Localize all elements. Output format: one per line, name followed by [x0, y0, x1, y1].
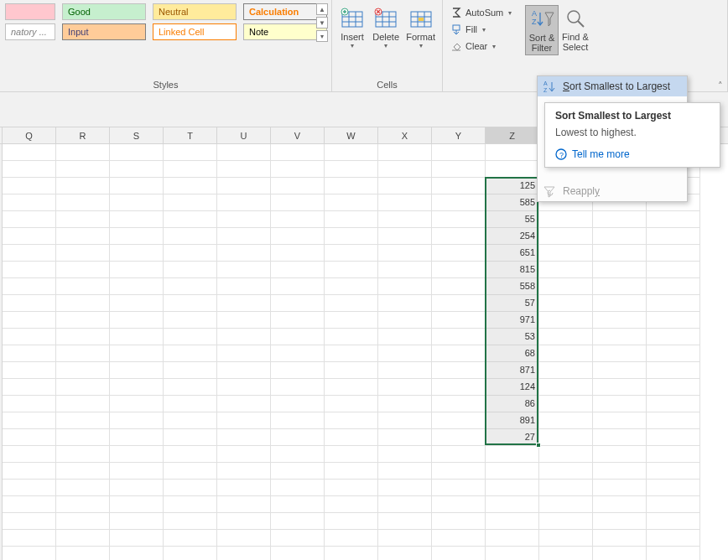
cell[interactable]: [271, 312, 325, 329]
cell[interactable]: [217, 228, 271, 245]
styles-scroll-down[interactable]: ▼: [316, 17, 328, 29]
style-linked-cell[interactable]: Linked Cell: [153, 23, 237, 40]
cell[interactable]: [3, 513, 56, 530]
cell[interactable]: 871: [486, 362, 539, 379]
cell[interactable]: [110, 446, 164, 463]
cell[interactable]: [539, 412, 593, 429]
cell[interactable]: [486, 530, 539, 547]
cell[interactable]: [539, 513, 593, 530]
cell[interactable]: [110, 345, 164, 362]
cell[interactable]: [56, 480, 110, 496]
cell[interactable]: [325, 295, 378, 312]
cell[interactable]: [325, 396, 378, 412]
cell[interactable]: [539, 211, 593, 228]
cell[interactable]: [647, 345, 700, 362]
fill-button[interactable]: Fill ▾: [448, 22, 525, 37]
cell[interactable]: 585: [486, 194, 539, 211]
cell[interactable]: [539, 312, 593, 329]
cell[interactable]: 651: [486, 245, 539, 262]
cell[interactable]: [539, 295, 593, 312]
cell[interactable]: [56, 496, 110, 513]
cell[interactable]: [56, 194, 110, 211]
cell[interactable]: [432, 178, 486, 194]
cell[interactable]: [164, 480, 217, 496]
cell[interactable]: [110, 228, 164, 245]
insert-button[interactable]: Insert ▾: [337, 5, 367, 51]
cell[interactable]: [432, 211, 486, 228]
cell[interactable]: [164, 496, 217, 513]
cell[interactable]: [647, 547, 700, 560]
cell[interactable]: 891: [486, 412, 539, 429]
cell[interactable]: [164, 547, 217, 560]
cell[interactable]: [217, 379, 271, 396]
cell[interactable]: [378, 429, 432, 446]
column-header-T[interactable]: T: [164, 127, 217, 143]
cell[interactable]: [432, 547, 486, 560]
cell[interactable]: [56, 396, 110, 412]
cell[interactable]: [164, 329, 217, 345]
cell[interactable]: [217, 463, 271, 480]
cell[interactable]: [110, 245, 164, 262]
cell[interactable]: [432, 396, 486, 412]
cell[interactable]: [271, 429, 325, 446]
cell[interactable]: [593, 396, 647, 412]
cell[interactable]: [539, 396, 593, 412]
cell[interactable]: [110, 262, 164, 278]
cell[interactable]: [110, 480, 164, 496]
cell[interactable]: [110, 496, 164, 513]
fill-handle[interactable]: [536, 443, 541, 448]
cell[interactable]: [593, 547, 647, 560]
cell[interactable]: [486, 496, 539, 513]
cell[interactable]: [110, 295, 164, 312]
cell[interactable]: [378, 161, 432, 178]
cell[interactable]: [217, 262, 271, 278]
cell[interactable]: [325, 480, 378, 496]
cell[interactable]: [110, 463, 164, 480]
cell[interactable]: [378, 312, 432, 329]
cell[interactable]: [56, 429, 110, 446]
cell[interactable]: 815: [486, 262, 539, 278]
cell[interactable]: [164, 345, 217, 362]
cell[interactable]: [539, 228, 593, 245]
cell[interactable]: [110, 178, 164, 194]
cell[interactable]: [56, 295, 110, 312]
cell[interactable]: [3, 211, 56, 228]
cell[interactable]: [217, 178, 271, 194]
cell[interactable]: [647, 262, 700, 278]
cell[interactable]: [593, 446, 647, 463]
cell[interactable]: [593, 262, 647, 278]
cell[interactable]: 558: [486, 278, 539, 295]
cell[interactable]: [486, 446, 539, 463]
cell[interactable]: [593, 463, 647, 480]
cell[interactable]: [56, 178, 110, 194]
cell[interactable]: [432, 345, 486, 362]
cell[interactable]: [432, 446, 486, 463]
cell[interactable]: [164, 396, 217, 412]
cell[interactable]: [164, 412, 217, 429]
cell[interactable]: [217, 278, 271, 295]
cell[interactable]: [539, 379, 593, 396]
cell[interactable]: [3, 530, 56, 547]
cell[interactable]: [271, 446, 325, 463]
cell[interactable]: [56, 513, 110, 530]
cell[interactable]: [325, 412, 378, 429]
cell[interactable]: [647, 412, 700, 429]
cell[interactable]: [271, 228, 325, 245]
autosum-button[interactable]: AutoSum ▾: [448, 5, 525, 20]
style-neutral[interactable]: Neutral: [153, 3, 237, 20]
cell[interactable]: [325, 245, 378, 262]
column-header-Q[interactable]: Q: [3, 127, 56, 143]
cell[interactable]: [378, 295, 432, 312]
cell[interactable]: [164, 211, 217, 228]
style-input[interactable]: Input: [62, 23, 146, 40]
column-header-Y[interactable]: Y: [432, 127, 486, 143]
cell[interactable]: [271, 211, 325, 228]
cell[interactable]: [647, 211, 700, 228]
cell[interactable]: [593, 379, 647, 396]
cell[interactable]: [164, 278, 217, 295]
cell[interactable]: [3, 362, 56, 379]
cell[interactable]: [3, 245, 56, 262]
cell[interactable]: [378, 446, 432, 463]
cell[interactable]: [647, 379, 700, 396]
cell[interactable]: [486, 463, 539, 480]
